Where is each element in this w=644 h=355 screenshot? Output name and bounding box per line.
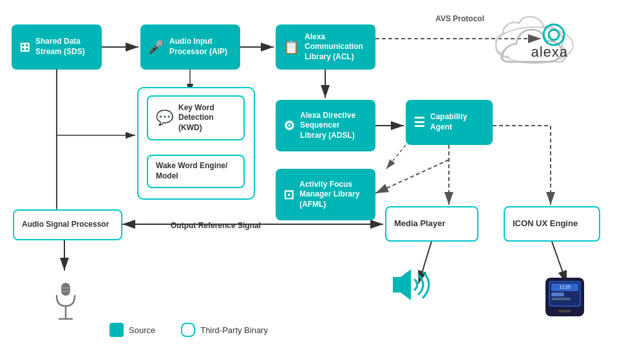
activity-focus-label: Activity Focus Manager Library (AFML) <box>299 180 359 210</box>
shared-data-stream-label: Shared Data Stream (SDS) <box>35 37 85 57</box>
alexa-directive-box: ⚙ Alexa Directive Sequencer Library (ADS… <box>276 100 375 151</box>
legend-third-party-dot <box>181 323 195 337</box>
wake-word-label: Wake Word Engine/ Model <box>156 161 227 181</box>
avs-protocol-label: AVS Protocol <box>435 14 484 23</box>
legend-source-label: Source <box>129 325 155 335</box>
diagram-container: ⊞ Shared Data Stream (SDS) 🎤 Audio Input… <box>0 0 644 355</box>
legend-source-dot <box>109 323 124 337</box>
svg-rect-37 <box>558 310 571 312</box>
icon-ux-engine-label: ICON UX Engine <box>513 218 578 229</box>
list-icon: ☰ <box>413 114 425 131</box>
svg-rect-34 <box>551 293 564 296</box>
activity-focus-box: ⊡ Activity Focus Manager Library (AFML) <box>276 169 375 220</box>
chat-icon: 💬 <box>156 109 173 128</box>
svg-marker-29 <box>393 269 411 300</box>
output-reference-signal-label: Output Reference Signal <box>171 221 261 230</box>
focus-icon: ⊡ <box>283 186 294 203</box>
shared-data-stream-box: ⊞ Shared Data Stream (SDS) <box>12 24 102 70</box>
media-player-label: Media Player <box>394 218 446 229</box>
alexa-cloud <box>489 12 580 70</box>
keyword-detection-box: 💬 Key Word Detection (KWD) <box>147 95 245 140</box>
alexa-comm-library-box: 📋 Alexa Communication Library (ACL) <box>276 24 375 70</box>
microphone-stand-icon <box>53 282 79 326</box>
legend-source-item: Source <box>109 323 155 337</box>
keyword-detection-label: Key Word Detection (KWD) <box>178 103 236 133</box>
svg-point-28 <box>549 30 559 40</box>
media-player-box: Media Player <box>385 206 478 242</box>
capability-agent-box: ☰ Capability Agent <box>406 100 493 145</box>
wake-word-engine-box: Wake Word Engine/ Model <box>147 155 245 188</box>
capability-agent-label: Capability Agent <box>430 112 467 132</box>
audio-input-processor-box: 🎤 Audio Input Processor (AIP) <box>140 24 240 70</box>
seq-icon: ⚙ <box>283 117 295 134</box>
alexa-comm-library-label: Alexa Communication Library (ACL) <box>305 32 363 62</box>
audio-input-processor-label: Audio Input Processor (AIP) <box>169 37 227 57</box>
device-screen-icon: 12:25 <box>542 274 587 320</box>
svg-line-13 <box>386 145 406 169</box>
alexa-directive-label: Alexa Directive Sequencer Library (ADSL) <box>300 111 355 141</box>
audio-signal-processor-box: Audio Signal Processor <box>13 209 122 240</box>
svg-rect-38 <box>61 283 70 296</box>
grid-icon: ⊞ <box>19 39 30 55</box>
alexa-label: alexa <box>531 44 568 61</box>
speaker-icon <box>386 265 431 311</box>
legend-third-party-item: Third-Party Binary <box>181 323 268 337</box>
legend-third-party-label: Third-Party Binary <box>200 325 268 335</box>
book-icon: 📋 <box>283 39 299 55</box>
svg-line-12 <box>375 160 449 193</box>
legend: Source Third-Party Binary <box>109 323 268 337</box>
mic-icon-box: 🎤 <box>148 39 164 55</box>
svg-rect-35 <box>551 298 571 300</box>
icon-ux-engine-box: ICON UX Engine <box>504 206 600 242</box>
svg-point-27 <box>544 24 564 45</box>
audio-signal-processor-label: Audio Signal Processor <box>22 220 109 230</box>
svg-text:12:25: 12:25 <box>559 285 571 289</box>
